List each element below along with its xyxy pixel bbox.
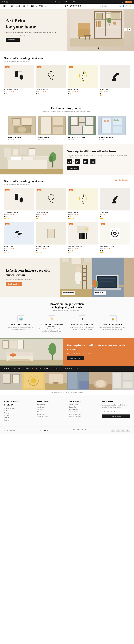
product-image[interactable]: Sale xyxy=(4,188,34,210)
footer-link[interactable]: Contact Us xyxy=(37,414,65,415)
feature-name: WORLD WIDE SHIPPING xyxy=(7,324,35,326)
footer-link[interactable]: Find Prints xyxy=(37,409,65,410)
twitter-icon[interactable]: 𝕏 xyxy=(2,1,3,3)
product-image[interactable] xyxy=(100,188,130,210)
refresh-cta-button[interactable]: Get Started Now xyxy=(5,282,22,286)
color-dot[interactable] xyxy=(70,93,71,94)
color-dot[interactable] xyxy=(68,93,69,94)
footer-link[interactable]: Best Sellers xyxy=(37,406,65,408)
youtube-icon[interactable]: ▶ xyxy=(9,1,10,3)
product-image[interactable]: ECO xyxy=(36,222,66,244)
instagram-image-4[interactable] xyxy=(67,372,89,390)
color-dot[interactable] xyxy=(38,216,40,218)
nav-shop[interactable]: SHOP ▾ xyxy=(23,5,29,7)
product-image[interactable] xyxy=(100,65,130,88)
footer-link[interactable]: How to Return xyxy=(69,404,97,406)
color-dot[interactable] xyxy=(100,216,101,218)
color-dot[interactable] xyxy=(4,216,5,218)
login-link[interactable]: Login xyxy=(121,1,124,3)
search-input[interactable] xyxy=(101,5,117,8)
footer-link[interactable]: Partner xyxy=(4,417,33,418)
nav-blog[interactable]: BLOG ▾ xyxy=(31,5,37,7)
category-image-artwall xyxy=(68,116,96,135)
footer-link[interactable]: Contact Us xyxy=(69,406,97,408)
product-image[interactable]: Sale xyxy=(100,222,130,244)
signup-button[interactable]: Sign Up xyxy=(125,1,132,3)
svg-rect-6 xyxy=(94,36,122,36)
user-icon[interactable]: 👤 xyxy=(123,5,125,7)
category-card[interactable]: GRAPHIC DESIGN 232 items xyxy=(98,116,126,140)
footer-link[interactable]: Privacy Policy xyxy=(69,409,97,410)
trending2-products-row1: Sale Simple Decor Poster $20.00 $30.00 ★… xyxy=(4,188,130,219)
color-dot[interactable] xyxy=(4,93,5,94)
instagram-image-5[interactable] xyxy=(89,372,112,390)
product-image[interactable]: Sale xyxy=(4,222,34,244)
color-dot[interactable] xyxy=(4,250,5,252)
product-image[interactable]: Sale xyxy=(4,65,34,88)
hero-next-button[interactable]: › xyxy=(128,28,131,32)
category-card[interactable]: PHOTOGRAPHY 115 items xyxy=(8,116,36,140)
product-image[interactable]: Sale xyxy=(36,188,66,210)
footer-link[interactable]: New Products xyxy=(37,404,65,406)
shop-collection-link[interactable]: Shop Our Collection > xyxy=(115,179,130,181)
footer-link[interactable]: Prints xyxy=(4,410,33,412)
hero-cta-button[interactable]: Shop Now → xyxy=(5,38,20,42)
color-dot[interactable] xyxy=(70,250,71,252)
facebook-icon[interactable]: f xyxy=(4,1,5,3)
footer-link[interactable]: Catalog xyxy=(37,411,65,413)
hero-dot-2[interactable] xyxy=(100,48,101,48)
footer-link[interactable]: Contact us Gift Card xyxy=(37,416,65,418)
product-image[interactable]: Sale xyxy=(68,65,98,88)
footer-link[interactable]: Frames xyxy=(4,412,33,414)
footer-link[interactable]: Terms & Conditions xyxy=(69,414,97,415)
search-icon[interactable]: 🔍 xyxy=(119,5,121,7)
footer-link[interactable]: Cookie Policy xyxy=(69,411,97,413)
social-youtube-icon[interactable]: ▶ xyxy=(47,430,48,431)
color-dot[interactable] xyxy=(6,250,7,252)
color-dot[interactable] xyxy=(100,250,101,252)
color-dot[interactable] xyxy=(38,93,40,94)
color-dot[interactable] xyxy=(36,250,38,252)
nav-home[interactable]: HOME xyxy=(3,5,7,7)
hero-dot-3[interactable] xyxy=(102,48,103,48)
color-dot[interactable] xyxy=(6,216,7,218)
product-image[interactable]: Sale xyxy=(68,188,98,210)
color-dot[interactable] xyxy=(102,250,103,252)
banner-cta-button[interactable]: Shop Now xyxy=(67,166,79,170)
promo-cta-button[interactable]: Shop This Look > xyxy=(67,356,84,360)
color-dot[interactable] xyxy=(70,216,71,218)
product-image[interactable]: Sale xyxy=(68,222,98,244)
color-dot[interactable] xyxy=(100,93,101,94)
color-dot[interactable] xyxy=(36,93,38,94)
hero-dot-1[interactable] xyxy=(98,48,99,48)
footer-link[interactable]: For Blog xyxy=(4,414,33,416)
category-card[interactable]: ART WALL GALLERY 486 items xyxy=(68,116,96,140)
instagram-icon[interactable]: 📷 xyxy=(6,1,7,3)
color-dot[interactable] xyxy=(68,250,69,252)
wishlist-icon[interactable]: ♡ xyxy=(126,5,128,7)
newsletter-subscribe-button[interactable]: Subscribe & save xyxy=(102,414,130,418)
instagram-image-6[interactable] xyxy=(112,372,134,390)
hero-prev-button[interactable]: ‹ xyxy=(123,28,127,32)
color-dot[interactable] xyxy=(72,250,73,252)
nav-printspace[interactable]: PRINTSPACE ▾ xyxy=(10,5,21,7)
social-twitter-icon[interactable]: 𝕏 xyxy=(40,430,41,431)
cart-icon[interactable]: 🛒 xyxy=(129,5,131,7)
instagram-image-2[interactable] xyxy=(22,372,45,390)
color-dot[interactable] xyxy=(6,93,7,94)
social-instagram-icon[interactable]: 📷 xyxy=(44,430,46,431)
category-card[interactable]: MIXED MEDIA 965 items xyxy=(38,116,66,140)
product-image[interactable]: Sale xyxy=(36,65,66,88)
how-works-link[interactable]: Learn more > xyxy=(95,293,105,295)
footer-link[interactable]: Terms & Conditions xyxy=(69,416,97,418)
color-dot[interactable] xyxy=(68,216,69,218)
nav-pages[interactable]: PAGES ▾ xyxy=(39,5,46,7)
footer-link[interactable]: About Printspace xyxy=(4,408,33,409)
artist-link[interactable]: Meet our artist > xyxy=(63,293,74,295)
newsletter-email-input[interactable] xyxy=(102,409,130,413)
instagram-image-1[interactable] xyxy=(0,372,22,390)
instagram-image-3[interactable] xyxy=(45,372,67,390)
color-dot[interactable] xyxy=(36,216,38,218)
social-facebook-icon[interactable]: f xyxy=(42,430,43,431)
footer-link[interactable]: Returns xyxy=(4,420,33,421)
